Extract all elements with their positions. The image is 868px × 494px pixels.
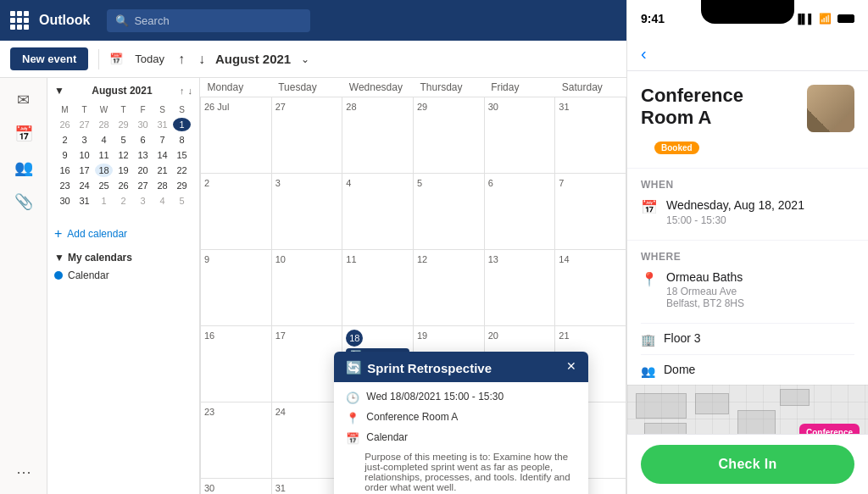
cell-26jul[interactable]: 26 Jul xyxy=(201,97,272,174)
mini-cal-day[interactable]: 26 xyxy=(114,179,132,192)
mini-cal-day[interactable]: 9 xyxy=(56,148,74,162)
cell-28jul[interactable]: 28 xyxy=(342,97,414,174)
mini-cal-day[interactable]: 13 xyxy=(134,148,152,162)
mini-cal-day[interactable]: 3 xyxy=(75,133,93,147)
search-input[interactable] xyxy=(134,14,302,27)
add-calendar-button[interactable]: + Add calendar xyxy=(54,219,192,248)
popup-close-button[interactable]: ✕ xyxy=(566,360,576,372)
mini-cal-day[interactable]: 5 xyxy=(173,194,191,208)
mini-cal-prev[interactable]: ↑ xyxy=(180,86,185,96)
cell-2aug[interactable]: 2 xyxy=(201,174,272,250)
cell-23aug[interactable]: 23 xyxy=(201,402,272,479)
mini-cal-day[interactable]: 1 xyxy=(173,118,191,131)
cell-10aug[interactable]: 10 xyxy=(271,250,342,326)
mini-cal-day[interactable]: 7 xyxy=(153,133,171,147)
sidebar-icon-tasks[interactable]: 📎 xyxy=(8,186,39,217)
mini-cal-day[interactable]: 11 xyxy=(95,148,113,162)
cell-16aug[interactable]: 16 xyxy=(201,326,272,402)
prev-button[interactable]: ↑ xyxy=(175,48,188,70)
mini-cal-day[interactable]: 12 xyxy=(114,148,132,162)
mini-cal-day[interactable]: 23 xyxy=(56,179,74,192)
cell-12aug[interactable]: 12 xyxy=(413,250,484,326)
mini-cal-day[interactable]: 15 xyxy=(173,148,191,162)
cell-24aug[interactable]: 24 xyxy=(271,402,342,479)
mini-cal-day[interactable]: 4 xyxy=(153,194,171,208)
mini-cal-day[interactable]: 16 xyxy=(56,164,74,177)
mini-cal-day[interactable]: 31 xyxy=(153,118,171,131)
popup-description: Purpose of this meeting is to: Examine h… xyxy=(346,452,576,492)
new-event-button[interactable]: New event xyxy=(10,47,88,70)
mini-cal-day[interactable]: 5 xyxy=(114,133,132,147)
sidebar-icon-apps[interactable]: ⋯ xyxy=(8,457,39,487)
mini-cal-day[interactable]: 30 xyxy=(134,118,152,131)
cell-5aug[interactable]: 5 xyxy=(413,174,484,250)
sidebar-icon-calendar[interactable]: 📅 xyxy=(8,119,39,149)
next-button[interactable]: ↓ xyxy=(195,48,209,70)
today-button[interactable]: Today xyxy=(131,49,168,69)
mini-cal-day[interactable]: 29 xyxy=(173,179,191,192)
month-dropdown-button[interactable]: ⌄ xyxy=(298,50,313,69)
mini-cal-day[interactable]: 24 xyxy=(75,179,93,192)
mini-cal-day[interactable]: 18 xyxy=(95,164,113,177)
cell-9aug[interactable]: 9 xyxy=(201,250,272,326)
mini-cal-day[interactable]: 26 xyxy=(56,118,74,131)
mini-cal-collapse-icon[interactable]: ▼ xyxy=(54,85,64,97)
mini-cal-day[interactable]: 27 xyxy=(75,118,93,131)
mini-cal-day[interactable]: 4 xyxy=(95,133,113,147)
col-wednesday: Wednesday xyxy=(342,78,414,97)
room-title: Conference Room A xyxy=(641,85,797,129)
mini-cal-day[interactable]: 28 xyxy=(153,179,171,192)
mini-cal-day[interactable]: 31 xyxy=(75,194,93,208)
search-bar[interactable]: 🔍 xyxy=(107,9,310,32)
when-row: 📅 Wednesday, Aug 18, 2021 15:00 - 15:30 xyxy=(641,197,854,226)
mini-cal-day[interactable]: 1 xyxy=(95,194,113,208)
mini-cal-day[interactable]: 14 xyxy=(153,148,171,162)
back-button[interactable]: ‹ xyxy=(641,44,647,64)
mini-cal-day[interactable]: 3 xyxy=(134,194,152,208)
mini-cal-day[interactable]: 17 xyxy=(75,164,93,177)
cell-27jul[interactable]: 27 xyxy=(271,97,342,174)
cell-7aug[interactable]: 7 xyxy=(555,174,626,250)
cell-14aug[interactable]: 14 xyxy=(555,250,626,326)
cell-30aug[interactable]: 30 xyxy=(201,479,272,495)
popup-body: 🕒 Wed 18/08/2021 15:00 - 15:30 📍 Confere… xyxy=(334,382,588,494)
date-label: 7 xyxy=(559,178,564,188)
mini-cal-day[interactable]: 10 xyxy=(75,148,93,162)
cell-11aug[interactable]: 11 xyxy=(342,250,414,326)
date-label: 13 xyxy=(488,254,498,264)
floor-row: 🏢 Floor 3 xyxy=(641,323,854,354)
cell-17aug[interactable]: 17 xyxy=(271,326,342,402)
mini-cal-day[interactable]: 6 xyxy=(134,133,152,147)
calendar-item-calendar[interactable]: Calendar xyxy=(54,267,192,284)
cell-3aug[interactable]: 3 xyxy=(271,174,342,250)
cell-30jul[interactable]: 30 xyxy=(484,97,555,174)
mini-cal-day[interactable]: 30 xyxy=(56,194,74,208)
day-header-fri: F xyxy=(134,103,152,116)
cell-6aug[interactable]: 6 xyxy=(484,174,555,250)
mini-cal-day[interactable]: 2 xyxy=(56,133,74,147)
mini-cal-day[interactable]: 22 xyxy=(173,164,191,177)
cell-18aug[interactable]: 18 🔄 15:00 Sprint Retrospe... 🔄 xyxy=(342,326,414,402)
mini-cal-day[interactable]: 28 xyxy=(95,118,113,131)
sidebar-icon-people[interactable]: 👥 xyxy=(8,153,39,183)
mini-cal-day[interactable]: 20 xyxy=(134,164,152,177)
mini-cal-day[interactable]: 8 xyxy=(173,133,191,147)
mini-cal-day[interactable]: 29 xyxy=(114,118,132,131)
sidebar-icon-mail[interactable]: ✉ xyxy=(8,85,39,115)
my-calendars-header[interactable]: ▼ My calendars xyxy=(54,248,192,267)
mini-cal-next[interactable]: ↓ xyxy=(188,86,193,96)
cell-4aug[interactable]: 4 xyxy=(342,174,414,250)
mini-cal-day[interactable]: 21 xyxy=(153,164,171,177)
cell-29jul[interactable]: 29 xyxy=(413,97,484,174)
waffle-icon[interactable] xyxy=(10,11,29,30)
mini-cal-day[interactable]: 2 xyxy=(114,194,132,208)
checkin-button[interactable]: Check In xyxy=(641,445,854,484)
cell-13aug[interactable]: 13 xyxy=(484,250,555,326)
cell-31jul[interactable]: 31 xyxy=(555,97,626,174)
mini-cal-day[interactable]: 19 xyxy=(114,164,132,177)
cell-31aug[interactable]: 31 xyxy=(271,479,342,495)
calendar-grid-wrap[interactable]: Monday Tuesday Wednesday Thursday Friday… xyxy=(200,78,626,494)
mini-cal-day[interactable]: 25 xyxy=(95,179,113,192)
mini-cal-day[interactable]: 27 xyxy=(134,179,152,192)
venue-city: Belfast, BT2 8HS xyxy=(666,297,744,309)
